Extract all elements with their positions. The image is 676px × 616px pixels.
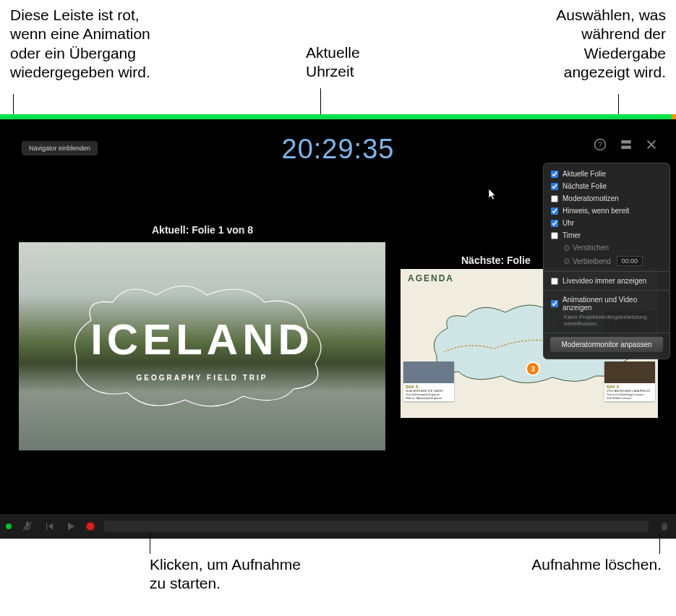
presenter-window: Navigator einblenden 20:29:35 ? Aktuell:… (0, 119, 676, 539)
agenda-card-day2: DAY 2 VOLCANOES AND LAVA FIELDS Trip to … (604, 362, 655, 401)
callout-options: Auswählen, was während der Wiedergabe an… (556, 6, 666, 82)
radio-remaining[interactable] (564, 258, 570, 264)
play-icon[interactable] (65, 521, 77, 532)
timeline-track[interactable] (104, 521, 649, 532)
current-slide[interactable]: ICELAND GEOGRAPHY FIELD TRIP (19, 242, 385, 450)
microphone-icon[interactable] (22, 521, 33, 532)
callout-delete: Aufnahme löschen. (531, 555, 662, 574)
agenda-card-day3: DAY 3 GLACIERS AND ICE CAVES Visit Sólhe… (403, 362, 454, 401)
options-icon[interactable] (620, 138, 633, 151)
close-icon[interactable] (646, 139, 657, 150)
status-dot-icon (6, 523, 12, 529)
option-label: Animationen und Video anzeigen (562, 296, 662, 312)
option-ready-hint[interactable]: Hinweis, wenn bereit (544, 205, 669, 217)
option-label: Verbleibend (573, 257, 611, 265)
option-label: Aktuelle Folie (562, 170, 606, 178)
checkbox-next-slide[interactable] (551, 183, 558, 190)
next-slide-label: Nächste: Folie (461, 254, 531, 266)
option-timer-elapsed[interactable]: Verstrichen (544, 241, 669, 254)
option-label: Livevideo immer anzeigen (562, 277, 646, 285)
status-bar (0, 114, 676, 119)
option-label: Verstrichen (573, 244, 609, 252)
customize-presenter-button[interactable]: Moderatormonitor anpassen (549, 336, 664, 353)
trash-icon[interactable] (659, 521, 670, 532)
checkbox-animations[interactable] (551, 300, 558, 307)
checkbox-presenter-notes[interactable] (551, 195, 558, 202)
checkbox-live-video[interactable] (551, 278, 558, 285)
separator (544, 333, 669, 333)
agenda-title: AGENDA (408, 273, 454, 283)
recording-toolbar (0, 514, 676, 539)
option-timer[interactable]: Timer (544, 229, 669, 241)
callout-record: Klicken, um Aufnahme zu starten. (150, 555, 301, 594)
callout-line (13, 94, 14, 114)
option-live-video[interactable]: Livevideo immer anzeigen (544, 275, 669, 287)
radio-elapsed[interactable] (564, 245, 570, 251)
separator (544, 290, 669, 291)
checkbox-ready-hint[interactable] (551, 208, 558, 215)
option-label: Hinweis, wenn bereit (562, 207, 629, 215)
option-label: Uhr (562, 219, 574, 227)
svg-text:?: ? (598, 140, 602, 149)
option-timer-remaining[interactable]: Verbleibend (544, 254, 669, 268)
checkbox-timer[interactable] (551, 232, 558, 239)
slide-background: ICELAND GEOGRAPHY FIELD TRIP (19, 242, 385, 450)
time-field[interactable] (617, 256, 643, 266)
svg-rect-3 (621, 146, 631, 150)
option-current-slide[interactable]: Aktuelle Folie (544, 168, 669, 180)
previous-icon[interactable] (43, 521, 55, 532)
slide-title: ICELAND (19, 315, 385, 364)
callout-line (659, 534, 660, 554)
option-label: Moderatornotizen (562, 194, 619, 202)
option-next-slide[interactable]: Nächste Folie (544, 180, 669, 192)
separator (544, 271, 669, 272)
option-presenter-notes[interactable]: Moderatornotizen (544, 192, 669, 205)
clock-display: 20:29:35 (0, 134, 676, 165)
callout-status-bar: Diese Leiste ist rot, wenn eine Animatio… (10, 6, 150, 82)
slide-subtitle: GEOGRAPHY FIELD TRIP (19, 374, 385, 382)
option-clock[interactable]: Uhr (544, 217, 669, 229)
callout-line (150, 534, 150, 554)
current-slide-label: Aktuell: Folie 1 von 8 (152, 224, 253, 236)
option-label: Timer (562, 231, 581, 239)
checkbox-current-slide[interactable] (551, 171, 558, 178)
option-label: Nächste Folie (562, 182, 607, 190)
option-note: Kann Projektwiedergabeleistung beeinflus… (544, 314, 669, 330)
checkbox-clock[interactable] (551, 220, 558, 227)
svg-rect-2 (621, 140, 631, 144)
bottom-area (0, 539, 676, 616)
cursor-icon (489, 189, 497, 200)
option-animations[interactable]: Animationen und Video anzeigen (544, 294, 669, 314)
callout-clock: Aktuelle Uhrzeit (306, 43, 360, 82)
display-options-popover: Aktuelle Folie Nächste Folie Moderatorno… (543, 163, 670, 359)
agenda-marker-3: 3 (527, 363, 539, 375)
help-icon[interactable]: ? (594, 138, 607, 151)
status-bar-mark (672, 114, 676, 119)
record-button[interactable] (87, 523, 94, 530)
